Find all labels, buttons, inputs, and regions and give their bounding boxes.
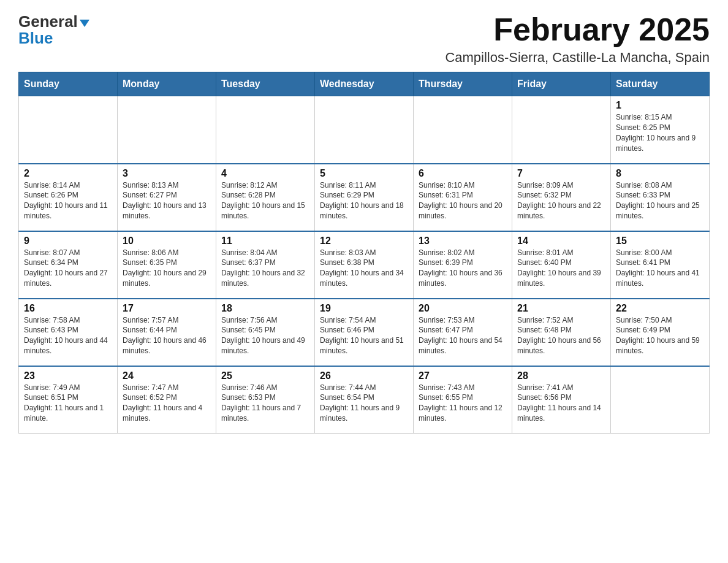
- logo: General Blue: [18, 12, 89, 48]
- column-header-monday: Monday: [118, 72, 216, 96]
- day-info: Sunrise: 7:50 AMSunset: 6:49 PMDaylight:…: [616, 315, 704, 356]
- page-header: General Blue February 2025 Campillos-Sie…: [18, 12, 710, 66]
- day-info: Sunrise: 8:10 AMSunset: 6:31 PMDaylight:…: [419, 180, 507, 221]
- calendar-cell: 21Sunrise: 7:52 AMSunset: 6:48 PMDayligh…: [512, 299, 611, 366]
- day-number: 1: [616, 100, 704, 111]
- calendar-cell: 12Sunrise: 8:03 AMSunset: 6:38 PMDayligh…: [315, 231, 414, 299]
- day-number: 10: [123, 236, 211, 247]
- day-number: 17: [123, 303, 211, 314]
- day-info: Sunrise: 8:04 AMSunset: 6:37 PMDaylight:…: [221, 248, 309, 289]
- calendar-cell: 14Sunrise: 8:01 AMSunset: 6:40 PMDayligh…: [512, 231, 611, 299]
- calendar-cell: 1Sunrise: 8:15 AMSunset: 6:25 PMDaylight…: [611, 96, 710, 164]
- day-info: Sunrise: 7:49 AMSunset: 6:51 PMDaylight:…: [24, 383, 112, 424]
- title-block: February 2025 Campillos-Sierra, Castille…: [445, 12, 710, 66]
- day-info: Sunrise: 8:13 AMSunset: 6:27 PMDaylight:…: [123, 180, 211, 221]
- day-number: 14: [517, 236, 605, 247]
- day-info: Sunrise: 8:12 AMSunset: 6:28 PMDaylight:…: [221, 180, 309, 221]
- calendar-cell: 26Sunrise: 7:44 AMSunset: 6:54 PMDayligh…: [315, 366, 414, 434]
- column-header-wednesday: Wednesday: [315, 72, 414, 96]
- day-info: Sunrise: 8:11 AMSunset: 6:29 PMDaylight:…: [320, 180, 408, 221]
- day-info: Sunrise: 8:08 AMSunset: 6:33 PMDaylight:…: [616, 180, 704, 221]
- calendar-cell: 8Sunrise: 8:08 AMSunset: 6:33 PMDaylight…: [611, 164, 710, 231]
- calendar-cell: [216, 96, 315, 164]
- day-number: 16: [24, 303, 112, 314]
- calendar-title: February 2025: [445, 12, 710, 47]
- day-number: 2: [24, 168, 112, 179]
- calendar-cell: 5Sunrise: 8:11 AMSunset: 6:29 PMDaylight…: [315, 164, 414, 231]
- calendar-cell: 19Sunrise: 7:54 AMSunset: 6:46 PMDayligh…: [315, 299, 414, 366]
- calendar-cell: 24Sunrise: 7:47 AMSunset: 6:52 PMDayligh…: [118, 366, 216, 434]
- calendar-cell: 28Sunrise: 7:41 AMSunset: 6:56 PMDayligh…: [512, 366, 611, 434]
- day-info: Sunrise: 8:14 AMSunset: 6:26 PMDaylight:…: [24, 180, 112, 221]
- day-info: Sunrise: 7:52 AMSunset: 6:48 PMDaylight:…: [517, 315, 605, 356]
- calendar-cell: [512, 96, 611, 164]
- calendar-cell: 16Sunrise: 7:58 AMSunset: 6:43 PMDayligh…: [19, 299, 118, 366]
- calendar-cell: 7Sunrise: 8:09 AMSunset: 6:32 PMDaylight…: [512, 164, 611, 231]
- day-info: Sunrise: 8:06 AMSunset: 6:35 PMDaylight:…: [123, 248, 211, 289]
- day-info: Sunrise: 7:54 AMSunset: 6:46 PMDaylight:…: [320, 315, 408, 356]
- day-number: 15: [616, 236, 704, 247]
- calendar-subtitle: Campillos-Sierra, Castille-La Mancha, Sp…: [445, 50, 710, 66]
- calendar-cell: 17Sunrise: 7:57 AMSunset: 6:44 PMDayligh…: [118, 299, 216, 366]
- calendar-week-row: 1Sunrise: 8:15 AMSunset: 6:25 PMDaylight…: [19, 96, 710, 164]
- day-info: Sunrise: 7:58 AMSunset: 6:43 PMDaylight:…: [24, 315, 112, 356]
- calendar-week-row: 23Sunrise: 7:49 AMSunset: 6:51 PMDayligh…: [19, 366, 710, 434]
- calendar-cell: [19, 96, 118, 164]
- day-number: 28: [517, 370, 605, 381]
- day-info: Sunrise: 7:44 AMSunset: 6:54 PMDaylight:…: [320, 383, 408, 424]
- day-number: 13: [419, 236, 507, 247]
- calendar-cell: 23Sunrise: 7:49 AMSunset: 6:51 PMDayligh…: [19, 366, 118, 434]
- day-number: 12: [320, 236, 408, 247]
- day-number: 26: [320, 370, 408, 381]
- day-info: Sunrise: 8:07 AMSunset: 6:34 PMDaylight:…: [24, 248, 112, 289]
- day-info: Sunrise: 7:56 AMSunset: 6:45 PMDaylight:…: [221, 315, 309, 356]
- day-number: 11: [221, 236, 309, 247]
- day-number: 23: [24, 370, 112, 381]
- logo-line2: Blue: [18, 29, 89, 48]
- calendar-cell: 4Sunrise: 8:12 AMSunset: 6:28 PMDaylight…: [216, 164, 315, 231]
- day-info: Sunrise: 8:01 AMSunset: 6:40 PMDaylight:…: [517, 248, 605, 289]
- calendar-cell: [611, 366, 710, 434]
- calendar-cell: 18Sunrise: 7:56 AMSunset: 6:45 PMDayligh…: [216, 299, 315, 366]
- calendar-cell: 15Sunrise: 8:00 AMSunset: 6:41 PMDayligh…: [611, 231, 710, 299]
- day-info: Sunrise: 8:02 AMSunset: 6:39 PMDaylight:…: [419, 248, 507, 289]
- day-number: 19: [320, 303, 408, 314]
- calendar-cell: 2Sunrise: 8:14 AMSunset: 6:26 PMDaylight…: [19, 164, 118, 231]
- day-number: 7: [517, 168, 605, 179]
- day-info: Sunrise: 7:57 AMSunset: 6:44 PMDaylight:…: [123, 315, 211, 356]
- calendar-header-row: SundayMondayTuesdayWednesdayThursdayFrid…: [19, 72, 710, 96]
- calendar-cell: 10Sunrise: 8:06 AMSunset: 6:35 PMDayligh…: [118, 231, 216, 299]
- calendar-week-row: 16Sunrise: 7:58 AMSunset: 6:43 PMDayligh…: [19, 299, 710, 366]
- calendar-cell: 22Sunrise: 7:50 AMSunset: 6:49 PMDayligh…: [611, 299, 710, 366]
- calendar-table: SundayMondayTuesdayWednesdayThursdayFrid…: [18, 72, 710, 434]
- day-info: Sunrise: 7:53 AMSunset: 6:47 PMDaylight:…: [419, 315, 507, 356]
- calendar-cell: 25Sunrise: 7:46 AMSunset: 6:53 PMDayligh…: [216, 366, 315, 434]
- day-number: 24: [123, 370, 211, 381]
- logo-triangle-icon: [80, 20, 89, 27]
- day-number: 3: [123, 168, 211, 179]
- calendar-cell: 11Sunrise: 8:04 AMSunset: 6:37 PMDayligh…: [216, 231, 315, 299]
- day-info: Sunrise: 7:43 AMSunset: 6:55 PMDaylight:…: [419, 383, 507, 424]
- day-number: 4: [221, 168, 309, 179]
- column-header-thursday: Thursday: [414, 72, 512, 96]
- day-number: 20: [419, 303, 507, 314]
- column-header-saturday: Saturday: [611, 72, 710, 96]
- calendar-cell: 3Sunrise: 8:13 AMSunset: 6:27 PMDaylight…: [118, 164, 216, 231]
- calendar-week-row: 2Sunrise: 8:14 AMSunset: 6:26 PMDaylight…: [19, 164, 710, 231]
- day-info: Sunrise: 8:09 AMSunset: 6:32 PMDaylight:…: [517, 180, 605, 221]
- day-info: Sunrise: 7:46 AMSunset: 6:53 PMDaylight:…: [221, 383, 309, 424]
- day-number: 21: [517, 303, 605, 314]
- calendar-week-row: 9Sunrise: 8:07 AMSunset: 6:34 PMDaylight…: [19, 231, 710, 299]
- calendar-cell: 13Sunrise: 8:02 AMSunset: 6:39 PMDayligh…: [414, 231, 512, 299]
- column-header-friday: Friday: [512, 72, 611, 96]
- calendar-cell: 9Sunrise: 8:07 AMSunset: 6:34 PMDaylight…: [19, 231, 118, 299]
- day-number: 27: [419, 370, 507, 381]
- calendar-cell: 20Sunrise: 7:53 AMSunset: 6:47 PMDayligh…: [414, 299, 512, 366]
- day-info: Sunrise: 8:00 AMSunset: 6:41 PMDaylight:…: [616, 248, 704, 289]
- day-number: 8: [616, 168, 704, 179]
- calendar-cell: [315, 96, 414, 164]
- calendar-cell: [118, 96, 216, 164]
- day-number: 22: [616, 303, 704, 314]
- calendar-cell: [414, 96, 512, 164]
- calendar-cell: 6Sunrise: 8:10 AMSunset: 6:31 PMDaylight…: [414, 164, 512, 231]
